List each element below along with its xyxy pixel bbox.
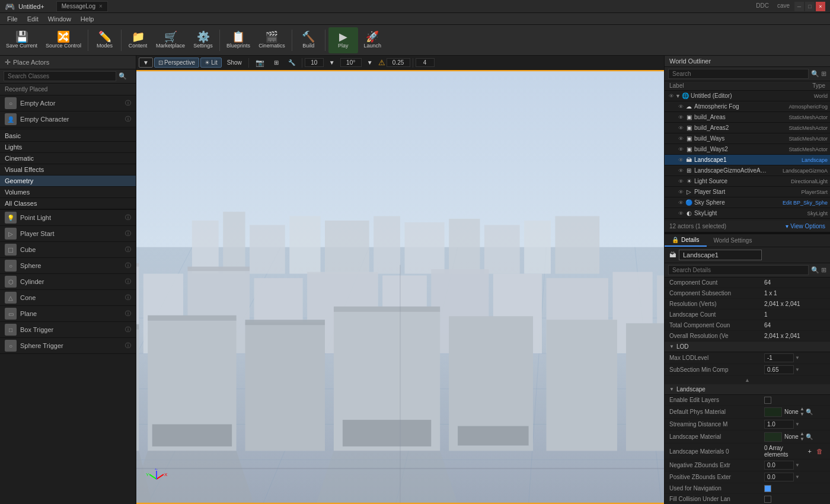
streaming-spinner[interactable]: ▼ — [764, 420, 800, 429]
category-visual-effects[interactable]: Visual Effects — [0, 164, 136, 176]
show-btn[interactable]: Show — [223, 58, 246, 68]
eye-icon-build-ways2[interactable]: 👁 — [676, 146, 685, 152]
max-lod-spinner[interactable]: ▼ — [764, 353, 800, 362]
landscape-mat-search-icon[interactable]: 🔍 — [806, 433, 813, 440]
subsection-down-arrow[interactable]: ▼ — [795, 367, 800, 372]
rot-dropdown[interactable]: ▼ — [363, 58, 377, 68]
actor-item-plane[interactable]: ▭ Plane ⓘ — [0, 306, 136, 322]
launch-button[interactable]: 🚀 Launch — [359, 27, 386, 53]
positive-zbounds-input[interactable] — [764, 473, 794, 481]
landscape-mat-arrow-down[interactable]: ▼ — [800, 437, 805, 442]
view-options-button[interactable]: ▾ View Options — [786, 223, 825, 229]
outliner-item-build-areas[interactable]: 👁 ▣ build_Areas StaticMeshActor — [665, 112, 830, 123]
eye-icon-untitled[interactable]: 👁 — [667, 93, 675, 99]
details-search-input[interactable] — [668, 265, 809, 275]
grid-dropdown[interactable]: ▼ — [325, 58, 339, 68]
fill-collision-checkbox[interactable] — [764, 496, 771, 503]
search-classes-input[interactable] — [4, 71, 116, 81]
menu-edit[interactable]: Edit — [23, 14, 43, 24]
details-grid-icon[interactable]: ⊞ — [821, 266, 826, 274]
camera-speed-input[interactable] — [416, 58, 435, 67]
category-lights[interactable]: Lights — [0, 142, 136, 153]
camera-btn[interactable]: 📷 — [251, 57, 269, 69]
outliner-item-build-ways2[interactable]: 👁 ▣ build_Ways2 StaticMeshActor — [665, 144, 830, 155]
actor-item-point-light[interactable]: 💡 Point Light ⓘ — [0, 210, 136, 226]
content-button[interactable]: 📁 Content — [124, 27, 151, 53]
menu-file[interactable]: File — [2, 14, 23, 24]
snap-btn[interactable]: 🔧 — [284, 58, 299, 68]
actor-item-box-trigger[interactable]: □ Box Trigger ⓘ — [0, 322, 136, 338]
eye-icon-sky-light[interactable]: 👁 — [676, 210, 685, 216]
negative-zbounds-input[interactable] — [764, 461, 794, 470]
actor-item-empty-actor[interactable]: ○ Empty Actor ⓘ — [0, 95, 136, 111]
grid-size-input[interactable] — [305, 58, 324, 67]
negative-zbounds-arrow[interactable]: ▼ — [795, 462, 800, 468]
default-phys-search-icon[interactable]: 🔍 — [806, 409, 813, 415]
streaming-down-arrow[interactable]: ▼ — [795, 422, 800, 427]
actor-item-sphere[interactable]: ○ Sphere ⓘ — [0, 258, 136, 274]
actor-item-cylinder[interactable]: ⬡ Cylinder ⓘ — [0, 274, 136, 290]
category-all-classes[interactable]: All Classes — [0, 198, 136, 209]
search-icon[interactable]: 🔍 — [119, 72, 127, 80]
blueprints-button[interactable]: 📋 Blueprints — [223, 27, 254, 53]
phys-arrow-up[interactable]: ▲ — [800, 407, 805, 412]
outliner-item-light-source[interactable]: 👁 ☀ Light Source DirectionalLight — [665, 176, 830, 187]
details-tab[interactable]: 🔒 Details — [665, 234, 707, 247]
rotation-input[interactable] — [340, 58, 362, 67]
actor-item-sphere-trigger[interactable]: ○ Sphere Trigger ⓘ — [0, 338, 136, 354]
lod-section-header[interactable]: ▼ LOD — [665, 342, 830, 352]
outliner-search-input[interactable] — [668, 69, 809, 79]
subsection-input[interactable] — [764, 365, 794, 374]
eye-icon-gizmo[interactable]: 👁 — [676, 168, 685, 174]
negative-zbounds-spinner[interactable]: ▼ — [764, 461, 800, 470]
default-phys-swatch[interactable] — [764, 407, 782, 417]
menu-window[interactable]: Window — [43, 14, 76, 24]
eye-icon-landscape1[interactable]: 👁 — [676, 157, 685, 163]
grid-btn[interactable]: ⊞ — [270, 58, 283, 68]
landscape-section-header[interactable]: ▼ Landscape — [665, 384, 830, 395]
eye-icon-light[interactable]: 👁 — [676, 178, 685, 184]
details-search-icon[interactable]: 🔍 — [811, 266, 819, 274]
actor-item-player-start[interactable]: ▷ Player Start ⓘ — [0, 226, 136, 242]
world-settings-tab[interactable]: World Settings — [707, 234, 759, 247]
eye-icon-player-start[interactable]: 👁 — [676, 189, 685, 195]
viewport[interactable]: X Y Z — [136, 70, 664, 504]
remove-array-element-btn[interactable]: 🗑 — [814, 448, 825, 455]
actor-item-cube[interactable]: □ Cube ⓘ — [0, 242, 136, 258]
category-basic[interactable]: Basic — [0, 130, 136, 142]
tree-expand-untitled[interactable]: ▼ — [675, 93, 681, 99]
outliner-item-atmos-fog[interactable]: 👁 ☁ Atmospheric Fog AtmosphericFog — [665, 101, 830, 112]
used-for-nav-checkbox[interactable] — [764, 485, 771, 492]
perspective-btn[interactable]: ⊡ Perspective — [154, 58, 199, 68]
messagelog-close[interactable]: × — [99, 3, 103, 9]
max-lod-down-arrow[interactable]: ▼ — [795, 355, 800, 361]
outliner-item-sky-light[interactable]: 👁 ◐ SkyLight SkyLight — [665, 208, 830, 219]
details-name-input[interactable] — [679, 250, 762, 260]
cinematics-button[interactable]: 🎬 Cinematics — [255, 27, 289, 53]
outliner-item-landscape1[interactable]: 👁 🏔 Landscape1 Landscape — [665, 155, 830, 165]
category-volumes[interactable]: Volumes — [0, 187, 136, 198]
enable-edit-checkbox[interactable] — [764, 397, 771, 404]
lit-btn[interactable]: ☀ Lit — [200, 58, 222, 68]
build-button[interactable]: 🔨 Build — [295, 27, 322, 53]
landscape-mat-arrow-up[interactable]: ▲ — [800, 432, 805, 436]
outliner-item-build-areas2[interactable]: 👁 ▣ build_Areas2 StaticMeshActor — [665, 123, 830, 133]
settings-button[interactable]: ⚙️ Settings — [190, 27, 216, 53]
modes-button[interactable]: ✏️ Modes — [91, 27, 118, 53]
messagelog-tab[interactable]: MessageLog — [62, 3, 95, 9]
outliner-item-landscape-gizmo[interactable]: 👁 ⊞ LandscapeGizmoActiveActor LandscapeG… — [665, 165, 830, 176]
actor-item-cone[interactable]: △ Cone ⓘ — [0, 290, 136, 306]
outliner-item-build-ways[interactable]: 👁 ▣ build_Ways StaticMeshActor — [665, 133, 830, 144]
streaming-input[interactable] — [764, 420, 794, 429]
lod-collapse-arrow[interactable]: ▲ — [745, 377, 750, 383]
outliner-item-player-start[interactable]: 👁 ▷ Player Start PlayerStart — [665, 187, 830, 197]
minimize-btn[interactable]: ─ — [794, 2, 804, 11]
phys-arrow-down[interactable]: ▼ — [800, 412, 805, 417]
eye-icon-build-areas[interactable]: 👁 — [676, 114, 685, 120]
eye-icon-sky-sphere[interactable]: 👁 — [676, 200, 685, 206]
eye-icon-fog[interactable]: 👁 — [676, 104, 685, 110]
landscape-material-swatch[interactable] — [764, 432, 782, 442]
source-control-button[interactable]: 🔀 Source Control — [42, 27, 85, 53]
category-geometry[interactable]: Geometry — [0, 176, 136, 187]
outliner-item-untitled[interactable]: 👁 ▼ 🌐 Untitled (Editor) World — [665, 91, 830, 101]
